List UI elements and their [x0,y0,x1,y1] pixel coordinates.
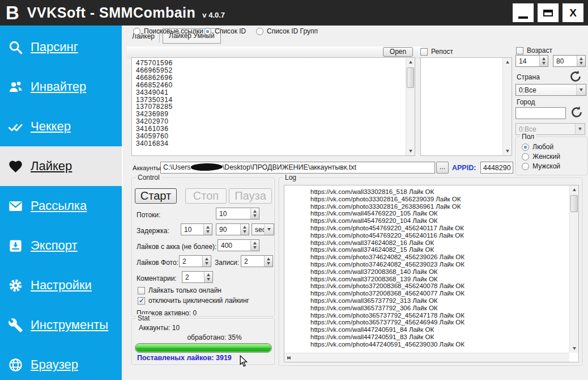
sidebar-item-label: Инвайтер [31,79,86,94]
refresh-city-icon[interactable] [570,105,583,119]
disable-cyclic-checkbox[interactable]: отключить циклический лайкинг [138,297,249,305]
log-vertical-scrollbar[interactable] [569,185,578,353]
id-list[interactable]: 4757015964669659524668626964668524603434… [132,58,406,155]
id-list-vertical-scrollbar[interactable] [406,58,415,155]
minimize-icon [518,16,528,19]
threads-stepper[interactable]: 10 [216,208,259,219]
sidebar-item-export[interactable]: Экспорт [0,226,122,265]
scroll-down-icon[interactable] [503,147,512,155]
stepper-arrows[interactable] [264,256,272,267]
sidebar-item-inviter[interactable]: Инвайтер [0,67,122,107]
radio-gender-male[interactable]: Мужской [522,162,560,170]
log-box[interactable]: https://vk.com/wall33302816_518 Лайк ОКh… [284,185,579,362]
radio-id-list[interactable]: Список ID [204,27,246,35]
stat-groupbox: Stat Аккаунты: 10 обработано: 35% Постав… [131,318,275,365]
stepper-arrows[interactable] [202,256,211,267]
scrollbar-thumb[interactable] [407,67,414,88]
accounts-path-input[interactable]: C:\Users\Desktop\ПРОДВИЖЕНИЕ\аккаунтывк.… [160,162,435,174]
posts-value: 2 [241,256,264,267]
scrollbar-thumb[interactable] [570,195,578,212]
scroll-down-icon[interactable] [406,147,415,155]
mouse-cursor [239,355,248,369]
stepper-arrows[interactable] [250,240,259,251]
repost-listbox[interactable] [420,57,512,156]
stepper-arrows[interactable] [577,56,585,66]
only-online-checkbox[interactable]: Лайкать только онлайн [138,286,221,294]
max-likes-stepper[interactable]: 400 [218,239,259,251]
close-button[interactable]: X [563,3,583,22]
delay-to-stepper[interactable]: 90 [216,223,249,235]
sidebar-item-label: Настройки [31,278,92,293]
maximize-button[interactable] [538,3,559,22]
sidebar-item-mailing[interactable]: Рассылка [0,186,122,226]
age-from-stepper[interactable]: 14 [515,55,548,67]
repost-vertical-scrollbar[interactable] [502,58,512,155]
id-line: 475701596 [136,60,406,67]
age-checkbox[interactable]: Возраст [516,47,552,54]
stop-button[interactable]: Стоп [185,188,227,204]
delay-from-value: 10 [181,224,203,235]
city-input[interactable] [515,107,566,119]
sidebar-item-label: Парсинг [31,40,78,54]
radio-gender-any[interactable]: Любой [522,143,553,151]
appid-input[interactable]: 4448290 [480,162,513,174]
browse-button[interactable]: ... [436,162,449,174]
sidebar-item-label: Чеккер [31,119,71,134]
scroll-down-icon[interactable] [570,344,578,353]
sidebar-item-parsing[interactable]: Парсинг [0,27,122,67]
redaction-scribble [190,163,222,171]
sidebar-item-browser[interactable]: Браузер [0,345,122,380]
appid-label: APPID: [452,164,476,172]
stepper-arrows[interactable] [203,224,212,235]
id-line: 34236989 [136,111,406,118]
posts-stepper[interactable]: 2 [241,255,273,267]
log-lines[interactable]: https://vk.com/wall33302816_518 Лайк ОКh… [284,185,569,353]
open-button[interactable]: Open [383,47,413,57]
sidebar-item-checker[interactable]: Чеккер [0,107,122,146]
disable-cyclic-label: отключить циклический лайкинг [148,297,249,305]
sidebar-item-liker[interactable]: Лайкер [0,146,122,186]
scroll-up-icon[interactable] [503,58,512,66]
stepper-arrows[interactable] [240,224,249,235]
log-horizontal-scrollbar[interactable] [284,353,569,362]
threads-label: Потоки: [137,211,160,219]
pause-button[interactable]: Пауза [229,188,272,204]
radio-group-id-list[interactable]: Список ID Групп [256,27,318,35]
only-online-label: Лайкать только онлайн [148,286,221,294]
stepper-arrows[interactable] [250,208,259,219]
log-line: https://vk.com/photo374624082_456239023 … [310,261,569,268]
radio-label: Женский [532,153,560,161]
radio-search-links[interactable]: Поисковые ссылки [133,27,203,35]
radio-label: Поисковые ссылки [144,27,203,35]
scroll-up-icon[interactable] [570,185,578,194]
max-likes-label: Лайков с акка (не более): [137,243,216,251]
log-group-title: Log [283,174,298,181]
export-icon [8,238,23,254]
log-line: https://vk.com/photo33302816_263836961 Л… [310,203,569,210]
minimize-button[interactable] [513,3,534,22]
repost-checkbox[interactable]: Репост [420,48,453,56]
sidebar-item-tools[interactable]: Инструменты [0,305,122,345]
id-listbox[interactable]: 4757015964669659524668626964668524603434… [131,57,415,156]
stepper-arrows[interactable] [204,272,212,282]
radio-gender-female[interactable]: Женский [522,153,560,161]
log-line: https://vk.com/wall365737792_313 Лайк ОК [310,297,569,305]
sidebar-item-settings[interactable]: Настройки [0,265,122,305]
id-line: 34202970 [136,118,406,125]
scroll-right-icon[interactable] [284,353,293,362]
age-to-stepper[interactable]: 80 [553,55,586,67]
id-line: 34161036 [136,125,406,133]
delay-unit-dropdown[interactable]: sec [252,223,274,235]
photo-likes-label: Лайков Фото: [137,259,178,267]
country-dropdown[interactable]: 0:Все [515,84,586,96]
refresh-country-icon[interactable] [569,70,582,83]
start-button[interactable]: Старт [135,188,177,204]
scroll-up-icon[interactable] [406,58,415,66]
delay-from-stepper[interactable]: 10 [181,223,212,235]
radio-icon [522,143,529,151]
stepper-arrows[interactable] [539,56,548,66]
log-line: https://vk.com/wall454769220_104 Лайк ОК [310,217,569,225]
comments-stepper[interactable]: 2 [182,271,213,283]
photo-likes-stepper[interactable]: 2 [179,255,211,267]
checkbox-icon [138,297,145,305]
